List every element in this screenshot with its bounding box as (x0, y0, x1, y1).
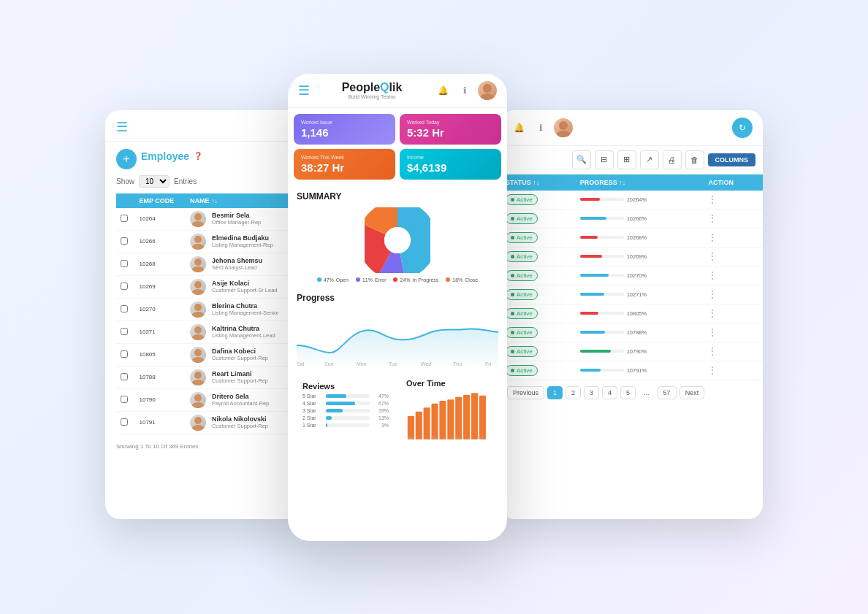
showing-text: Showing 1 To 10 Of 369 Entries (116, 440, 299, 453)
emp-avatar (190, 256, 206, 272)
svg-point-17 (191, 402, 205, 408)
review-bar-bg (326, 409, 370, 412)
status-dot (511, 274, 514, 277)
svg-point-0 (194, 213, 202, 220)
action-menu[interactable]: ⋮ (708, 251, 717, 261)
emp-info: Blerina Chutra Listing Management-Senior (186, 298, 299, 321)
center-topbar: ☰ PeopleQlik Build Winning Teams 🔔 ℹ (288, 74, 507, 108)
page-button[interactable]: 4 (602, 386, 617, 399)
svg-rect-37 (431, 403, 438, 439)
row-checkbox[interactable] (121, 328, 128, 335)
svg-text:Wed: Wed (421, 361, 431, 367)
legend-pct: 47% (324, 277, 334, 283)
right-header: 🔔 ℹ ↻ (500, 110, 763, 146)
export-button[interactable]: ↗ (640, 150, 659, 169)
status-badge: Active (506, 308, 538, 319)
status-dot (511, 293, 514, 296)
delete-button[interactable]: 🗑 (685, 150, 704, 169)
action-menu[interactable]: ⋮ (708, 346, 717, 356)
action-cell[interactable]: ⋮ (702, 323, 763, 342)
action-cell[interactable]: ⋮ (702, 285, 763, 304)
prog-id: 10269% (627, 253, 647, 260)
table-row: 10805 Dafina Kobeci Customer Support-Rep (116, 343, 299, 366)
action-cell[interactable]: ⋮ (702, 304, 763, 323)
columns-button[interactable]: COLUMNS (708, 153, 756, 166)
action-menu[interactable]: ⋮ (708, 327, 717, 337)
progress-bg (580, 331, 624, 334)
right-user-avatar[interactable] (554, 118, 573, 137)
action-cell[interactable]: ⋮ (702, 342, 763, 361)
svg-point-7 (191, 289, 205, 295)
row-checkbox[interactable] (121, 215, 128, 222)
print-button[interactable]: 🖨 (663, 150, 682, 169)
refresh-button[interactable]: ↻ (732, 118, 753, 138)
overtime-section: Over Time Jan Apr Jul Dec (397, 376, 501, 450)
legend-item: 47%Open (317, 277, 349, 283)
user-avatar[interactable] (478, 81, 497, 100)
action-menu[interactable]: ⋮ (708, 289, 717, 299)
action-cell[interactable]: ⋮ (702, 247, 763, 266)
bell-icon[interactable]: 🔔 (434, 82, 452, 99)
action-menu[interactable]: ⋮ (708, 308, 717, 318)
review-row: 5 Star 47% (302, 394, 389, 399)
page-ellipsis[interactable]: ... (639, 387, 655, 399)
action-menu[interactable]: ⋮ (708, 232, 717, 242)
table-row: 10788 Reart Limani Customer Support-Rep (116, 366, 299, 388)
status-dot (511, 217, 514, 220)
action-cell[interactable]: ⋮ (702, 361, 763, 380)
prog-id: 10271% (627, 291, 647, 298)
svg-point-49 (556, 131, 571, 137)
table-row: Active 10788% ⋮ (500, 323, 763, 342)
action-cell[interactable]: ⋮ (702, 228, 763, 247)
svg-point-21 (480, 93, 495, 100)
row-checkbox[interactable] (121, 418, 128, 426)
page-button[interactable]: 3 (584, 386, 599, 399)
action-cell[interactable]: ⋮ (702, 191, 763, 210)
progress-cell: 10266% (574, 209, 703, 228)
right-info-icon[interactable]: ℹ (532, 119, 549, 137)
info-icon[interactable]: ℹ (456, 82, 473, 99)
row-checkbox[interactable] (121, 396, 128, 403)
table-row: Active 10805% ⋮ (500, 304, 763, 323)
row-checkbox[interactable] (121, 350, 128, 358)
search-button[interactable]: 🔍 (572, 150, 591, 169)
copy-button[interactable]: ⊞ (617, 150, 636, 169)
row-checkbox[interactable] (121, 283, 128, 290)
entries-select[interactable]: 10 25 50 (139, 175, 170, 188)
prev-button[interactable]: Previous (507, 386, 544, 399)
emp-name: Kaltrina Chutra (212, 325, 275, 332)
progress-fill (580, 350, 611, 353)
action-cell[interactable]: ⋮ (702, 266, 763, 285)
hamburger-icon[interactable]: ☰ (116, 120, 128, 134)
row-checkbox[interactable] (121, 237, 128, 245)
center-hamburger-icon[interactable]: ☰ (298, 82, 310, 99)
page-button[interactable]: 5 (620, 386, 636, 399)
filter-button[interactable]: ⊟ (595, 150, 614, 169)
row-checkbox[interactable] (121, 260, 128, 267)
progress-fill (580, 369, 601, 372)
add-employee-button[interactable]: + (116, 149, 137, 169)
action-menu[interactable]: ⋮ (708, 213, 717, 223)
stat-label: Income (407, 155, 494, 160)
action-cell[interactable]: ⋮ (702, 209, 763, 228)
progress-bg (580, 312, 624, 315)
action-menu[interactable]: ⋮ (708, 365, 717, 375)
help-icon: ❓ (194, 152, 202, 160)
right-bell-icon[interactable]: 🔔 (510, 119, 528, 137)
emp-role: Payroll Accountant-Rep (212, 400, 269, 407)
action-menu[interactable]: ⋮ (708, 270, 717, 280)
page-button[interactable]: 1 (547, 386, 563, 399)
emp-role: Customer Support-Rep (212, 423, 268, 429)
svg-point-4 (194, 258, 202, 266)
svg-point-11 (191, 334, 205, 340)
svg-rect-35 (416, 411, 422, 439)
left-header: ☰ (105, 110, 310, 142)
next-button[interactable]: Next (679, 386, 705, 399)
page-button[interactable]: 57 (658, 386, 677, 399)
action-menu[interactable]: ⋮ (708, 194, 717, 204)
review-bar-bg (326, 402, 370, 405)
row-checkbox[interactable] (121, 373, 128, 380)
emp-info: Kaltrina Chutra Listing Management-Lead (186, 321, 299, 343)
page-button[interactable]: 2 (566, 386, 581, 399)
row-checkbox[interactable] (121, 305, 128, 312)
